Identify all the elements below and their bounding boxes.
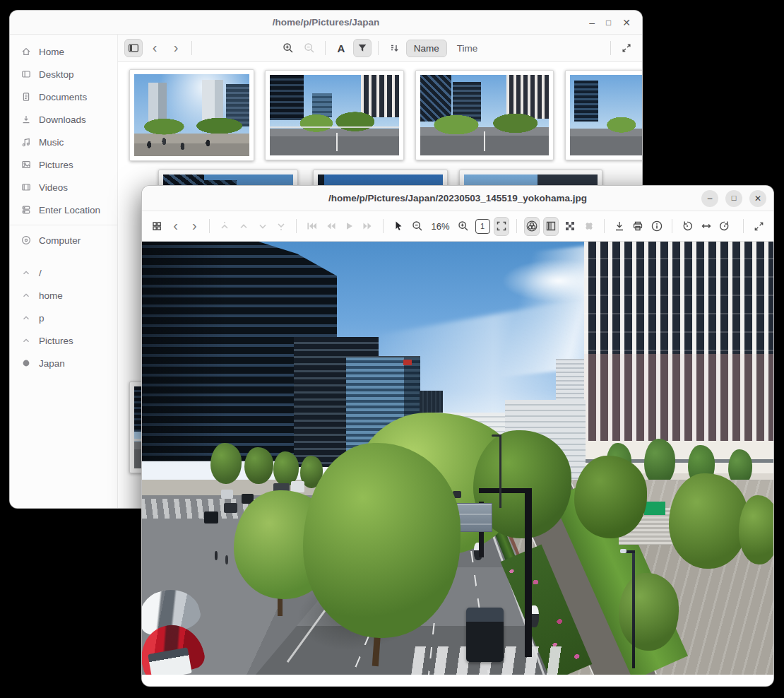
- collapse-icon[interactable]: [20, 335, 32, 346]
- thumbnail-image: [420, 75, 549, 155]
- back-button[interactable]: ‹: [145, 39, 164, 57]
- photo-thumbnail[interactable]: [415, 70, 554, 160]
- forward-button[interactable]: ›: [167, 39, 185, 57]
- color-adjust-button[interactable]: [524, 217, 540, 236]
- distant-car: [224, 503, 237, 514]
- zoom-in-button[interactable]: [279, 39, 297, 57]
- sidebar-item-documents[interactable]: Documents: [10, 85, 117, 108]
- forward-icon: ›: [192, 218, 197, 235]
- toggle-sidebar-button[interactable]: [124, 39, 143, 57]
- sort-by-name-toggle[interactable]: Name: [406, 40, 447, 57]
- pictures-icon: [20, 159, 32, 170]
- fit-frame-icon: [495, 220, 508, 232]
- save-button[interactable]: [612, 217, 627, 236]
- minimize-button[interactable]: –: [589, 18, 595, 28]
- sidebar-item-enter-location[interactable]: Enter Location: [10, 199, 117, 221]
- computer-icon: [20, 235, 32, 246]
- heal-patch-button[interactable]: [581, 217, 597, 236]
- pan-pointer-button[interactable]: [391, 217, 406, 236]
- file-manager-titlebar[interactable]: /home/p/Pictures/Japan – □ ✕: [10, 11, 642, 35]
- enter-location-icon: [20, 204, 32, 215]
- tree-label: /: [39, 268, 42, 278]
- photo-thumbnail[interactable]: [129, 69, 254, 161]
- info-button[interactable]: [649, 217, 665, 236]
- dark-suv: [466, 608, 504, 662]
- thumbnail-image: [270, 75, 399, 155]
- toolbar-separator: [191, 41, 192, 55]
- zoom-in-button[interactable]: [456, 217, 472, 236]
- minimize-button[interactable]: –: [701, 190, 718, 207]
- sidebar-item-home[interactable]: Home: [10, 40, 117, 63]
- next-image-button[interactable]: [360, 217, 376, 236]
- collapse-icon[interactable]: [20, 290, 32, 301]
- patch-icon: [583, 220, 595, 232]
- collapse-icon[interactable]: [20, 267, 32, 278]
- flip-horizontal-button[interactable]: [699, 217, 714, 236]
- transparency-checker-button[interactable]: [562, 217, 578, 236]
- sidebar-item-music[interactable]: Music: [10, 131, 117, 153]
- tree-item-root[interactable]: /: [10, 261, 117, 284]
- photo-yokohama-street[interactable]: [142, 242, 773, 675]
- sidebar-item-computer[interactable]: Computer: [10, 229, 117, 252]
- pointer-icon: [392, 220, 405, 232]
- thumbnails-grid-button[interactable]: [149, 217, 165, 236]
- go-up-button[interactable]: [236, 217, 251, 236]
- checkerboard-icon: [564, 220, 576, 232]
- filter-button[interactable]: [353, 39, 372, 57]
- maximize-button[interactable]: □: [725, 190, 742, 207]
- sidebar-label: Downloads: [39, 114, 86, 125]
- sidebar-item-downloads[interactable]: Downloads: [10, 108, 117, 131]
- videos-icon: [20, 182, 32, 193]
- go-last-down-button[interactable]: [273, 217, 289, 236]
- sidebar-label: Computer: [39, 235, 81, 246]
- toolbar-separator: [516, 219, 517, 233]
- actual-size-button[interactable]: 1: [475, 217, 490, 236]
- rotate-left-button[interactable]: [679, 217, 695, 236]
- fullscreen-button[interactable]: [751, 217, 766, 236]
- fullscreen-button[interactable]: [617, 39, 636, 57]
- back-button[interactable]: ‹: [168, 217, 184, 236]
- viewer-toolbar: ‹ › 16%: [142, 211, 773, 242]
- sidebar-item-videos[interactable]: Videos: [10, 176, 117, 199]
- tree-item-japan-current[interactable]: Japan: [10, 352, 117, 374]
- previous-image-button[interactable]: [323, 217, 338, 236]
- zoom-level[interactable]: 16%: [432, 221, 450, 232]
- right-building-louvers: [584, 354, 773, 443]
- frame-background-button[interactable]: [543, 217, 559, 236]
- font-size-button[interactable]: A: [332, 39, 350, 57]
- maximize-button[interactable]: □: [606, 18, 611, 27]
- image-viewer-window: /home/p/Pictures/Japan/20230503_145519_y…: [141, 185, 774, 687]
- zoom-out-button[interactable]: [300, 39, 319, 57]
- close-button[interactable]: ✕: [749, 190, 766, 207]
- rotate-right-button[interactable]: [718, 217, 733, 236]
- fit-to-window-button[interactable]: [494, 217, 509, 236]
- photo-thumbnail[interactable]: [265, 70, 404, 160]
- close-button[interactable]: ✕: [622, 18, 631, 28]
- toolbar-separator: [743, 219, 744, 233]
- downloads-icon: [20, 114, 32, 125]
- print-button[interactable]: [631, 217, 646, 236]
- go-first-up-button[interactable]: [217, 217, 232, 236]
- thumbnail-image: [134, 74, 249, 156]
- home-icon: [20, 46, 32, 57]
- sort-by-time-toggle[interactable]: Time: [450, 40, 485, 57]
- tree-item-pictures[interactable]: Pictures: [10, 329, 117, 352]
- skip-to-first-button[interactable]: [304, 217, 319, 236]
- go-down-button[interactable]: [255, 217, 271, 236]
- tree-item-p[interactable]: p: [10, 307, 117, 329]
- tree-item-home[interactable]: home: [10, 284, 117, 307]
- sidebar-item-desktop[interactable]: Desktop: [10, 63, 117, 85]
- collapse-icon[interactable]: [20, 312, 32, 324]
- sign-gantry-beam: [479, 488, 532, 493]
- distant-truck: [291, 481, 304, 492]
- viewer-titlebar[interactable]: /home/p/Pictures/Japan/20230503_145519_y…: [142, 186, 773, 211]
- forward-button[interactable]: ›: [186, 217, 202, 236]
- play-icon: [343, 220, 355, 232]
- chevron-down-icon: [256, 220, 269, 232]
- sidebar-item-pictures[interactable]: Pictures: [10, 153, 117, 176]
- photo-thumbnail[interactable]: [565, 70, 642, 160]
- sort-order-button[interactable]: [385, 39, 403, 57]
- filter-funnel-icon: [357, 42, 368, 54]
- play-slideshow-button[interactable]: [342, 217, 357, 236]
- zoom-out-button[interactable]: [410, 217, 425, 236]
